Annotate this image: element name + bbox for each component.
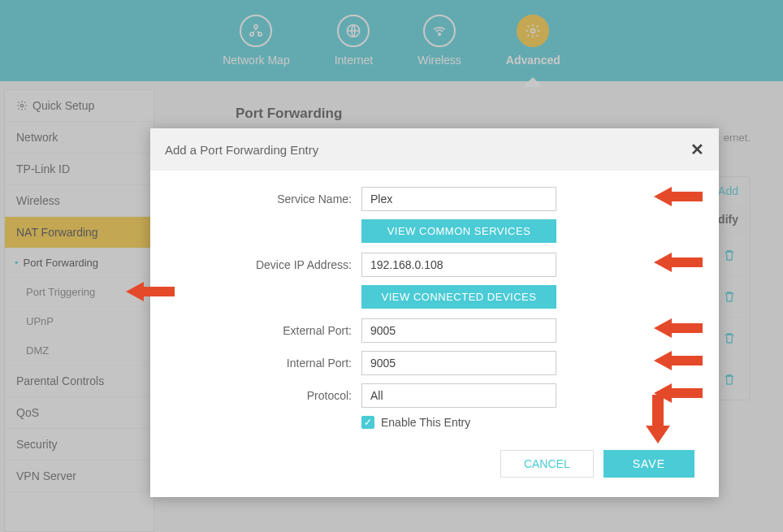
add-port-forwarding-modal: Add a Port Forwarding Entry ✕ Service Na… xyxy=(150,128,719,497)
svg-marker-13 xyxy=(654,318,703,338)
label-protocol: Protocol: xyxy=(175,389,361,402)
annotation-arrow-icon xyxy=(654,184,703,212)
label-internal-port: Internal Port: xyxy=(175,357,361,370)
modal-footer: CANCEL SAVE xyxy=(150,434,719,497)
annotation-arrow-icon xyxy=(654,380,703,409)
view-common-services-button[interactable]: VIEW COMMON SERVICES xyxy=(361,219,556,243)
svg-marker-12 xyxy=(654,253,703,272)
service-name-input[interactable] xyxy=(361,187,556,211)
label-external-port: External Port: xyxy=(175,324,361,337)
annotation-arrow-icon xyxy=(654,315,703,344)
close-icon[interactable]: ✕ xyxy=(690,140,704,159)
enable-entry-checkbox[interactable]: ✓ Enable This Entry xyxy=(361,416,694,429)
svg-marker-15 xyxy=(654,383,703,403)
label-device-ip: Device IP Address: xyxy=(175,258,361,271)
device-ip-input[interactable] xyxy=(361,253,556,277)
annotation-arrow-icon xyxy=(654,249,703,278)
modal-header: Add a Port Forwarding Entry ✕ xyxy=(150,128,719,171)
annotation-arrow-icon xyxy=(654,348,703,376)
svg-marker-11 xyxy=(654,187,703,206)
checkmark-icon: ✓ xyxy=(361,416,374,429)
save-button[interactable]: SAVE xyxy=(603,450,694,478)
modal-title: Add a Port Forwarding Entry xyxy=(165,143,318,157)
protocol-select[interactable] xyxy=(361,383,556,408)
svg-marker-14 xyxy=(654,351,703,370)
internal-port-input[interactable] xyxy=(361,351,556,375)
external-port-input[interactable] xyxy=(361,318,556,343)
enable-entry-label: Enable This Entry xyxy=(381,416,470,429)
label-service-name: Service Name: xyxy=(175,192,361,205)
view-connected-devices-button[interactable]: VIEW CONNECTED DEVICES xyxy=(361,285,556,309)
modal-body: Service Name: VIEW COMMON SERVICES Devic… xyxy=(150,171,719,434)
cancel-button[interactable]: CANCEL xyxy=(500,450,594,478)
